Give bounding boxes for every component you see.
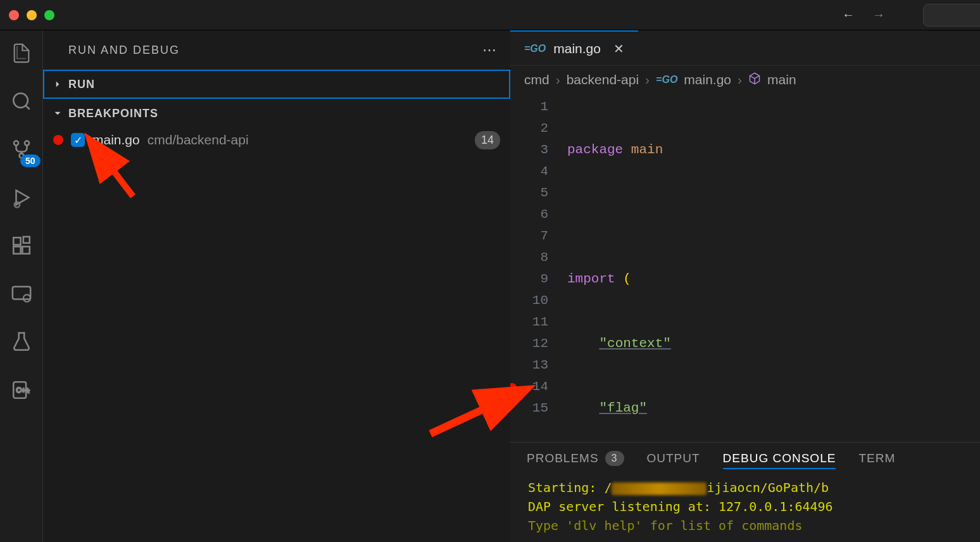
breakpoints-header[interactable]: BREAKPOINTS (44, 100, 509, 127)
breakpoint-checkbox[interactable]: ✓ (71, 133, 85, 147)
run-debug-icon[interactable] (10, 186, 33, 209)
console-line: Starting: /ijiaocn/GoPath/b (528, 478, 962, 497)
chevron-right-icon (52, 79, 63, 90)
line-number: 8 (510, 247, 548, 268)
nav-forward-icon[interactable]: → (872, 8, 885, 22)
line-number: 4 (510, 161, 548, 182)
panel-tab-terminal[interactable]: TERM (858, 451, 895, 465)
line-number: 15 (510, 398, 548, 419)
breakpoint-dot-icon (53, 135, 63, 145)
gutter: 1 2 3 4 5 6 7 8 9 10 11 12 13 14 15 (510, 94, 567, 442)
panel-tab-debug-console[interactable]: DEBUG CONSOLE (723, 451, 836, 469)
svg-point-2 (24, 141, 28, 146)
breadcrumb[interactable]: cmd › backend-api › =GO main.go › main (510, 66, 980, 94)
close-tab-icon[interactable]: ✕ (613, 41, 624, 56)
more-actions-icon[interactable]: ⋯ (482, 42, 498, 58)
nav-back-icon[interactable]: ← (842, 8, 855, 22)
tab-bar: =GO main.go ✕ (510, 30, 980, 66)
source-control-icon[interactable]: 50 (10, 138, 33, 161)
line-number: 13 (510, 355, 548, 376)
line-number: 1 (510, 96, 548, 118)
editor-area: =GO main.go ✕ cmd › backend-api › =GO ma… (510, 30, 980, 542)
symbol-icon (748, 72, 761, 88)
breakpoint-filename: main.go (92, 132, 140, 148)
code-editor[interactable]: 1 2 3 4 5 6 7 8 9 10 11 12 13 14 15 pack… (510, 94, 980, 442)
nav-arrows: ← → (842, 8, 885, 22)
close-window[interactable] (9, 10, 19, 20)
problems-badge: 3 (605, 451, 624, 466)
line-number: 10 (510, 290, 548, 312)
line-number: 5 (510, 182, 548, 204)
search-icon[interactable] (10, 90, 33, 113)
source-control-badge: 50 (20, 154, 41, 167)
breadcrumb-segment[interactable]: backend-api (567, 72, 639, 87)
explorer-icon[interactable] (10, 42, 33, 65)
maximize-window[interactable] (44, 10, 54, 20)
minimize-window[interactable] (27, 10, 37, 20)
sidebar: RUN AND DEBUG ⋯ RUN BREAKPOINTS ✓ main.g (43, 30, 510, 542)
testing-icon[interactable] (10, 331, 33, 353)
debug-console-output[interactable]: Starting: /ijiaocn/GoPath/b DAP server l… (510, 474, 980, 539)
chevron-right-icon: › (738, 72, 742, 87)
run-section[interactable]: RUN (43, 70, 510, 99)
panel-tabs: PROBLEMS 3 OUTPUT DEBUG CONSOLE TERM (510, 443, 980, 474)
redacted-path (612, 482, 707, 495)
sidebar-header: RUN AND DEBUG ⋯ (43, 30, 510, 70)
run-section-label: RUN (68, 78, 95, 91)
cpp-icon[interactable]: C++ (10, 379, 33, 401)
line-number: 12 (510, 333, 548, 355)
line-number: 2 (510, 118, 548, 139)
chevron-right-icon: › (556, 72, 560, 87)
svg-point-0 (13, 93, 28, 108)
bottom-panel: PROBLEMS 3 OUTPUT DEBUG CONSOLE TERM Sta… (510, 442, 980, 542)
line-number: 6 (510, 204, 548, 225)
tab-filename: main.go (553, 41, 601, 56)
breakpoints-section-label: BREAKPOINTS (68, 107, 158, 120)
svg-rect-9 (12, 287, 30, 299)
editor-tab[interactable]: =GO main.go ✕ (510, 30, 638, 65)
line-number: 14 (510, 376, 548, 398)
line-number: 3 (510, 139, 548, 161)
chevron-down-icon (52, 108, 63, 119)
go-file-icon: =GO (656, 74, 677, 85)
sidebar-title: RUN AND DEBUG (68, 44, 180, 57)
command-center[interactable] (923, 4, 980, 27)
svg-point-1 (13, 141, 18, 146)
titlebar: ← → (0, 0, 980, 30)
breadcrumb-segment[interactable]: cmd (524, 72, 550, 87)
breakpoint-line-badge: 14 (475, 131, 500, 149)
breadcrumb-segment[interactable]: main (767, 72, 796, 87)
breakpoint-item[interactable]: ✓ main.go cmd/backend-api 14 (44, 127, 509, 153)
extensions-icon[interactable] (10, 234, 33, 257)
code-content[interactable]: package main import ( "context" "flag" "… (567, 94, 980, 442)
go-file-icon: =GO (524, 43, 546, 54)
console-line: DAP server listening at: 127.0.0.1:64496 (528, 497, 962, 516)
remote-icon[interactable] (10, 282, 33, 305)
breadcrumb-segment[interactable]: main.go (684, 72, 731, 87)
chevron-right-icon: › (645, 72, 650, 87)
console-line: Type 'dlv help' for list of commands (528, 516, 962, 535)
panel-tab-problems[interactable]: PROBLEMS 3 (527, 451, 624, 466)
breakpoint-marker-icon[interactable] (510, 383, 517, 392)
svg-rect-5 (13, 237, 20, 244)
breakpoints-section: BREAKPOINTS ✓ main.go cmd/backend-api 14 (43, 99, 510, 154)
line-number: 11 (510, 312, 548, 333)
svg-text:C++: C++ (16, 386, 30, 394)
svg-rect-6 (13, 246, 20, 253)
line-number: 9 (510, 268, 548, 290)
panel-tab-output[interactable]: OUTPUT (647, 451, 700, 465)
svg-rect-8 (23, 237, 29, 243)
line-number: 7 (510, 225, 548, 247)
breakpoint-path: cmd/backend-api (148, 132, 249, 148)
svg-rect-7 (22, 246, 29, 253)
activity-bar: 50 C++ (0, 30, 43, 542)
window-controls (9, 10, 54, 20)
